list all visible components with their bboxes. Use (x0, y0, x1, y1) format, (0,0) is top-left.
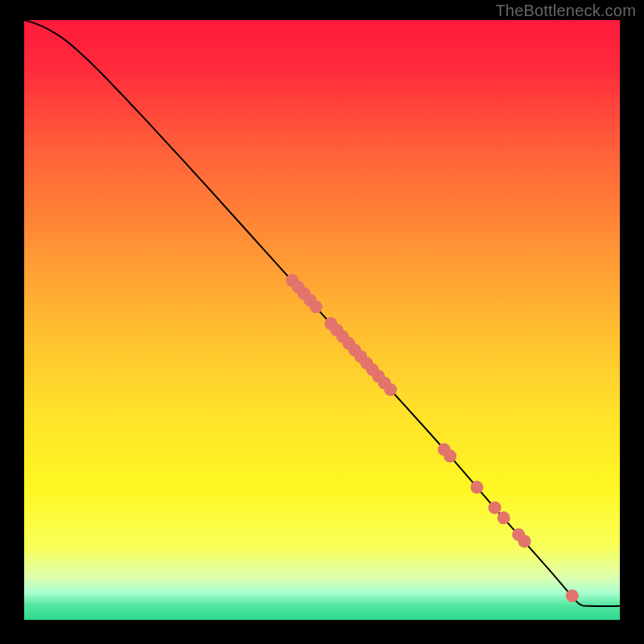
gradient-background (24, 20, 620, 620)
scatter-point (566, 589, 579, 602)
chart-frame: TheBottleneck.com (0, 0, 644, 644)
scatter-point (518, 535, 531, 547)
chart-svg (24, 20, 620, 620)
scatter-point (470, 481, 483, 493)
scatter-point (310, 300, 323, 313)
scatter-point (489, 502, 502, 514)
scatter-point (444, 450, 456, 463)
scatter-point (384, 383, 397, 396)
plot-area (24, 20, 620, 620)
scatter-point (497, 511, 510, 524)
watermark-text: TheBottleneck.com (495, 2, 636, 20)
